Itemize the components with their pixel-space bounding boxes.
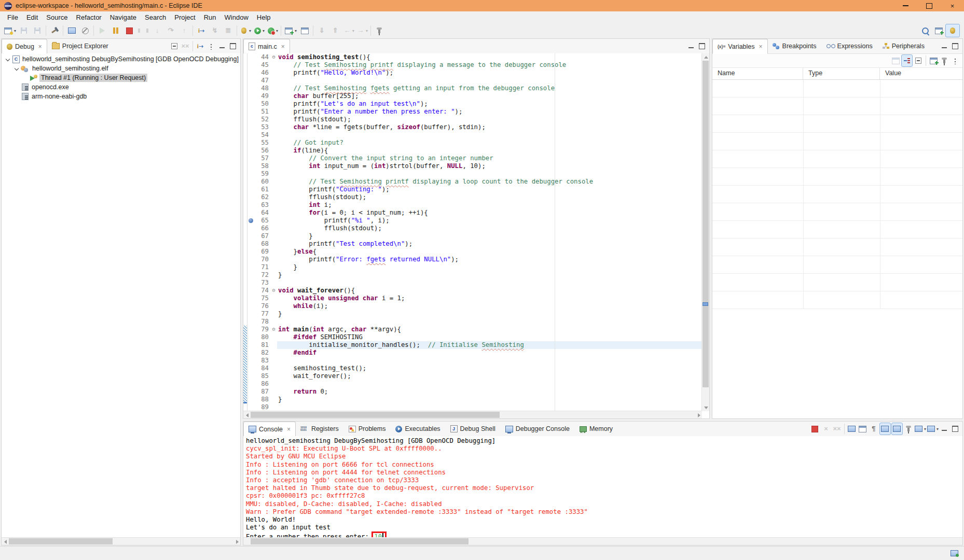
line-number[interactable]: 52 (255, 116, 270, 123)
minimize-window-button[interactable] (894, 0, 917, 11)
previous-annotation-button[interactable]: ⇑ (328, 24, 342, 37)
breakpoint-column[interactable] (247, 263, 255, 271)
scroll-up-button[interactable] (703, 54, 709, 60)
breakpoint-column[interactable] (247, 162, 255, 170)
breakpoint-column[interactable] (247, 271, 255, 279)
expander-icon[interactable] (5, 56, 11, 63)
menu-edit[interactable]: Edit (22, 12, 42, 22)
column-header-value[interactable]: Value (880, 68, 962, 79)
breakpoint-column[interactable] (247, 403, 255, 411)
expander-icon[interactable] (13, 65, 20, 72)
breakpoint-column[interactable] (247, 123, 255, 131)
debug-tree[interactable]: Chelloworld_semihosting DebugBySemihosti… (2, 53, 240, 538)
display-selected-console-button[interactable]: ▾ (914, 423, 926, 435)
breakpoint-column[interactable] (247, 147, 255, 155)
scroll-left-button[interactable] (244, 412, 250, 418)
breakpoint-column[interactable] (247, 85, 255, 92)
save-button[interactable] (17, 24, 31, 37)
maximize-window-button[interactable] (917, 0, 941, 11)
line-number[interactable]: 78 (255, 318, 270, 326)
breakpoint-column[interactable] (247, 333, 255, 341)
line-number[interactable]: 59 (255, 170, 270, 178)
line-number[interactable]: 74 (255, 287, 270, 295)
console-output[interactable]: helloworld_semihosting DebugBySemihostin… (243, 436, 962, 538)
tree-item-gdb[interactable]: arm-none-eabi-gdb (2, 92, 240, 101)
remove-all-terminated-button[interactable]: ×× (832, 423, 842, 435)
terminate-button[interactable] (810, 423, 820, 435)
breakpoint-column[interactable] (247, 193, 255, 201)
scrollbar-thumb[interactable] (9, 538, 113, 544)
minimize-view-button[interactable] (686, 40, 696, 52)
breakpoint-column[interactable] (247, 248, 255, 256)
breakpoint-column[interactable] (247, 279, 255, 287)
line-number[interactable]: 79 (255, 326, 270, 333)
debug-horizontal-scrollbar[interactable] (2, 537, 240, 545)
maximize-view-button[interactable] (228, 40, 238, 52)
scroll-lock-button[interactable] (858, 423, 868, 435)
breakpoint-column[interactable] (247, 139, 255, 147)
line-number[interactable]: 60 (255, 178, 270, 186)
back-button[interactable]: ←▾ (342, 24, 355, 37)
restart-button[interactable]: i➝ (195, 40, 205, 52)
new-console-button[interactable] (65, 24, 78, 37)
line-number[interactable]: 70 (255, 256, 270, 263)
suspend-button[interactable] (109, 24, 122, 37)
open-perspective-button[interactable] (932, 24, 945, 37)
breakpoint-column[interactable] (247, 396, 255, 403)
breakpoint-column[interactable] (247, 357, 255, 365)
line-number[interactable]: 81 (255, 341, 270, 349)
pin-view-button[interactable] (939, 55, 949, 66)
tab-main.c[interactable]: cmain.c× (243, 39, 290, 54)
line-number[interactable]: 49 (255, 92, 270, 100)
line-number[interactable]: 88 (255, 396, 270, 403)
line-number[interactable]: 73 (255, 279, 270, 287)
line-number[interactable]: 62 (255, 193, 270, 201)
instruction-stepping-button[interactable]: ≣ (222, 24, 235, 37)
new-variables-view-button[interactable] (928, 55, 939, 66)
breakpoint-column[interactable] (247, 318, 255, 326)
tab-problems[interactable]: Problems (344, 422, 391, 436)
line-number[interactable]: 63 (255, 201, 270, 209)
tree-item-elf[interactable]: helloworld_semihosting.elf (2, 64, 240, 73)
scroll-left-button[interactable] (244, 538, 250, 544)
external-tools-button[interactable]: ▾ (283, 24, 298, 37)
code-editor[interactable]: 44⊖void semihosting_test(){45 // Test Se… (243, 53, 702, 411)
menu-search[interactable]: Search (141, 12, 170, 22)
editor-vertical-scrollbar[interactable] (701, 53, 709, 411)
line-number[interactable]: 84 (255, 365, 270, 372)
close-window-button[interactable]: × (941, 0, 964, 11)
forward-button[interactable]: →▾ (355, 24, 369, 37)
scrollbar-thumb[interactable] (703, 61, 709, 387)
show-type-names-button[interactable] (890, 55, 901, 66)
tree-item-launch-config[interactable]: Chelloworld_semihosting DebugBySemihosti… (2, 54, 240, 64)
breakpoint-column[interactable] (247, 372, 255, 380)
breakpoint-column[interactable] (247, 302, 255, 310)
show-console-stderr-button[interactable] (891, 423, 903, 435)
menu-navigate[interactable]: Navigate (106, 12, 141, 22)
open-element-button[interactable] (298, 24, 311, 37)
console-horizontal-scrollbar[interactable] (243, 537, 962, 545)
tab-debug-shell[interactable]: JDebug Shell (446, 422, 501, 436)
tab-expressions[interactable]: Expressions (822, 39, 878, 53)
next-annotation-button[interactable]: ⇓ (315, 24, 328, 37)
open-console-button[interactable]: ▾ (927, 423, 939, 435)
line-number[interactable]: 89 (255, 403, 270, 411)
clear-console-button[interactable] (847, 423, 857, 435)
menu-help[interactable]: Help (253, 12, 275, 22)
notification-icon[interactable] (951, 550, 958, 556)
minimize-view-button[interactable] (217, 40, 227, 52)
breakpoint-column[interactable] (247, 349, 255, 357)
tree-item-openocd[interactable]: openocd.exe (2, 82, 240, 92)
breakpoint-column[interactable] (247, 170, 255, 178)
breakpoint-column[interactable] (247, 69, 255, 77)
breakpoint-column[interactable] (247, 295, 255, 302)
breakpoint-column[interactable] (247, 256, 255, 263)
line-number[interactable]: 51 (255, 108, 270, 116)
show-logical-structure-button[interactable] (901, 54, 913, 67)
tree-item-thread[interactable]: Thread #1 (Running : User Request) (2, 73, 240, 82)
line-number[interactable]: 53 (255, 123, 270, 131)
column-header-name[interactable]: Name (712, 68, 803, 79)
breakpoint-column[interactable] (247, 53, 255, 61)
scrollbar-thumb[interactable] (251, 412, 500, 418)
search-button[interactable] (918, 24, 932, 37)
